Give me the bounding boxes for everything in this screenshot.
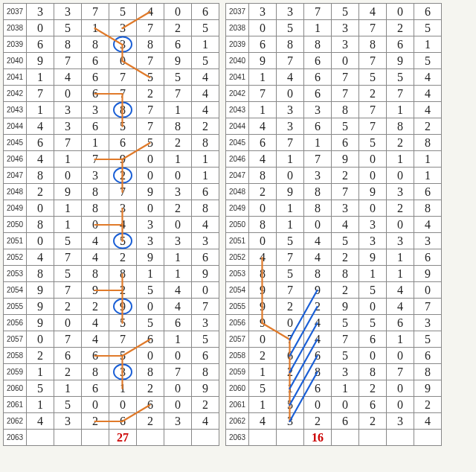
grid-cell: 3 xyxy=(414,315,442,331)
grid-cell: 0 xyxy=(137,299,164,315)
grid-cell: 1 xyxy=(304,135,332,151)
grid-cell: 5 xyxy=(359,135,387,151)
grid-cell: 5 xyxy=(54,20,82,36)
grid-cell: 2 xyxy=(332,249,359,266)
grid-cell: 3 xyxy=(54,118,82,135)
right-grid: 2037337540620380513725203968838612040976… xyxy=(225,3,442,446)
grid-cell: 9 xyxy=(27,53,54,69)
grid-cell: 2 xyxy=(359,380,387,397)
grid-cell: 6 xyxy=(164,315,192,331)
grid-cell: 8 xyxy=(304,364,332,380)
grid-cell: 1 xyxy=(414,36,442,53)
grid-cell: 4 xyxy=(304,331,332,348)
grid-cell: 8 xyxy=(164,118,192,135)
row-label: 2050 xyxy=(226,217,249,233)
grid-cell: 3 xyxy=(387,413,414,430)
grid-cell: 1 xyxy=(27,397,54,413)
grid-cell: 1 xyxy=(277,217,304,233)
grid-cell: 2 xyxy=(332,282,359,299)
grid-cell: 4 xyxy=(249,151,277,168)
grid-cell: 8 xyxy=(304,266,332,282)
grid-cell: 4 xyxy=(82,331,109,348)
grid-cell: 0 xyxy=(304,217,332,233)
grid-cell: 0 xyxy=(359,200,387,217)
row-label: 2039 xyxy=(4,36,27,53)
grid-cell: 8 xyxy=(137,364,164,380)
grid-cell: 5 xyxy=(359,282,387,299)
grid-cell: 2 xyxy=(137,86,164,102)
grid-cell: 5 xyxy=(137,135,164,151)
grid-cell: 3 xyxy=(192,315,219,331)
grid-cell: 7 xyxy=(359,53,387,69)
grid-cell: 1 xyxy=(387,102,414,118)
grid-cell: 3 xyxy=(332,364,359,380)
grid-cell: 9 xyxy=(332,151,359,168)
grid-cell: 5 xyxy=(414,20,442,36)
grid-cell: 2 xyxy=(387,20,414,36)
row-label: 2037 xyxy=(4,4,27,20)
row-label: 2063 xyxy=(4,430,27,446)
grid-cell: 8 xyxy=(304,36,332,53)
grid-cell: 3 xyxy=(277,4,304,20)
grid-cell: 3 xyxy=(387,184,414,200)
grid-cell: 7 xyxy=(137,118,164,135)
grid-cell: 5 xyxy=(277,20,304,36)
grid-cell: 7 xyxy=(359,20,387,36)
row-label: 2042 xyxy=(226,86,249,102)
grid-cell: 0 xyxy=(414,282,442,299)
row-label: 2049 xyxy=(4,200,27,217)
row-label: 2063 xyxy=(226,430,249,446)
grid-cell: 4 xyxy=(277,69,304,86)
grid-cell: 0 xyxy=(137,168,164,184)
grid-cell: 4 xyxy=(164,282,192,299)
grid-cell: 8 xyxy=(27,266,54,282)
grid-cell: 5 xyxy=(249,380,277,397)
grid-cell: 7 xyxy=(137,102,164,118)
grid-cell: 6 xyxy=(82,53,109,69)
grid-cell: 9 xyxy=(192,266,219,282)
grid-cell: 6 xyxy=(332,135,359,151)
grid-cell: 5 xyxy=(137,69,164,86)
grid-cell: 6 xyxy=(109,413,137,430)
grid-cell: 9 xyxy=(414,266,442,282)
grid-cell: 3 xyxy=(82,102,109,118)
grid-cell: 8 xyxy=(249,168,277,184)
grid-cell: 7 xyxy=(137,53,164,69)
grid-cell: 1 xyxy=(164,102,192,118)
grid-cell: 5 xyxy=(54,233,82,249)
grid-cell: 8 xyxy=(82,184,109,200)
grid-cell: 1 xyxy=(277,380,304,397)
grid-cell: 8 xyxy=(359,364,387,380)
grid-cell xyxy=(82,430,109,446)
grid-cell: 5 xyxy=(192,53,219,69)
grid-cell: 8 xyxy=(249,266,277,282)
grid-cell: 8 xyxy=(359,36,387,53)
grid-cell: 7 xyxy=(332,86,359,102)
grid-cell: 1 xyxy=(387,266,414,282)
grid-cell: 9 xyxy=(82,282,109,299)
row-label: 2061 xyxy=(226,397,249,413)
grid-cell: 6 xyxy=(304,380,332,397)
row-label: 2055 xyxy=(226,299,249,315)
grid-cell: 2 xyxy=(277,364,304,380)
row-label: 2054 xyxy=(226,282,249,299)
grid-cell: 6 xyxy=(359,331,387,348)
row-label: 2046 xyxy=(4,151,27,168)
grid-cell: 2 xyxy=(304,413,332,430)
grid-cell: 8 xyxy=(82,200,109,217)
grid-cell: 4 xyxy=(249,413,277,430)
grid-cell: 9 xyxy=(137,249,164,266)
grid-cell: 6 xyxy=(387,315,414,331)
grid-cell: 7 xyxy=(277,282,304,299)
grid-cell: 9 xyxy=(359,249,387,266)
grid-cell: 3 xyxy=(192,233,219,249)
row-label: 2042 xyxy=(4,86,27,102)
grid-cell: 5 xyxy=(332,315,359,331)
grid-cell: 9 xyxy=(249,282,277,299)
grid-cell: 2 xyxy=(82,299,109,315)
grid-cell: 6 xyxy=(332,413,359,430)
grid-cell: 8 xyxy=(54,36,82,53)
grid-cell: 6 xyxy=(414,4,442,20)
grid-cell: 2 xyxy=(249,184,277,200)
row-label: 2062 xyxy=(226,413,249,430)
